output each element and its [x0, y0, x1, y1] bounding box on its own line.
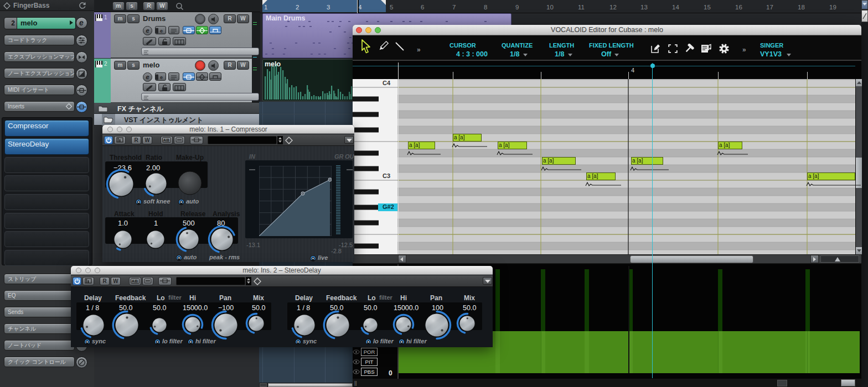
- svg-text:AB: AB: [163, 138, 170, 143]
- svg-text:e: e: [160, 75, 163, 80]
- svg-text:e: e: [160, 28, 163, 34]
- svg-text:AB: AB: [132, 279, 138, 284]
